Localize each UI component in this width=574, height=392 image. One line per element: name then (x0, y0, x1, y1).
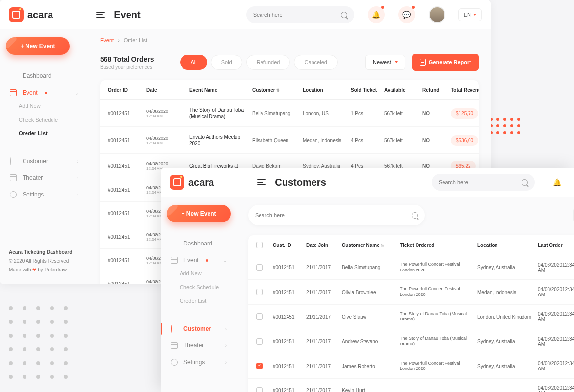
topbar: acara Event 🔔 💬 EN (0, 0, 491, 29)
sidebar-item-dashboard[interactable]: Dashboard (6, 68, 82, 84)
user-icon (10, 158, 17, 165)
breadcrumb-event[interactable]: Event (100, 37, 114, 43)
col-name[interactable]: Customer Name⇅ (342, 243, 396, 248)
sidebar-item-event[interactable]: Event⌄ (6, 84, 82, 101)
col-sold[interactable]: Sold Ticket (351, 87, 380, 93)
customers-table: Cust. ID Date Join Customer Name⇅ Ticket… (248, 235, 574, 392)
sidebar: + New Event Dashboard Event⌄ Add New Che… (161, 197, 236, 392)
totals-title: 568 Total Orders (100, 55, 154, 63)
calendar-icon (10, 89, 17, 96)
sidebar-sub-add-new[interactable]: Add New (19, 99, 82, 113)
table-row[interactable]: #001245121/11/2017Cive SlauwThe Story of… (248, 305, 574, 329)
window-customers: acara Customers 🔔 + New Event Dashboard … (161, 168, 574, 392)
search-input[interactable] (439, 179, 518, 185)
sidebar-item-settings[interactable]: Settings› (167, 354, 231, 370)
col-available[interactable]: Available (384, 87, 418, 93)
gear-icon (10, 191, 17, 198)
filter-refunded[interactable]: Refunded (246, 55, 290, 70)
filter-sold[interactable]: Sold (211, 55, 242, 70)
filter-canceled[interactable]: Canceled (294, 55, 337, 70)
theater-icon (171, 342, 178, 349)
notifications-button[interactable]: 🔔 (368, 6, 385, 23)
col-customer[interactable]: Customer⇅ (252, 87, 299, 93)
table-row[interactable]: #001245121/11/2017Bella SimatupangThe Po… (248, 255, 574, 280)
sidebar-item-theater[interactable]: Theater› (167, 337, 231, 354)
table-row[interactable]: #001245121/11/2017Olivia BrownleeThe Pow… (248, 280, 574, 304)
search-input[interactable] (253, 12, 337, 18)
main-content: Newest Cust. ID Date Join Customer Name⇅… (236, 197, 574, 392)
notifications-button[interactable]: 🔔 (548, 174, 565, 191)
checkbox[interactable] (256, 313, 263, 320)
col-location[interactable]: Location (303, 87, 347, 93)
col-join[interactable]: Date Join (306, 243, 338, 248)
col-ticket[interactable]: Ticket Ordered (400, 243, 473, 248)
new-event-button[interactable]: + New Event (6, 37, 70, 55)
brand-name: acara (188, 177, 214, 188)
col-location[interactable]: Location (477, 243, 534, 248)
search[interactable] (432, 174, 535, 191)
col-id[interactable]: Cust. ID (273, 243, 302, 248)
generate-report-button[interactable]: Generate Report (412, 54, 479, 71)
col-date[interactable]: Date (146, 87, 185, 93)
table-row[interactable]: #001245104/08/202012:34 AMEnvato Authors… (100, 127, 479, 154)
brand[interactable]: acara (170, 175, 214, 190)
brand-icon (170, 175, 184, 190)
sidebar-footer: Acara Ticketing Dashboard © 2020 All Rig… (9, 248, 72, 274)
col-event[interactable]: Event Name (189, 87, 248, 93)
chevron-right-icon: › (77, 192, 78, 197)
col-id[interactable]: Order ID (108, 87, 142, 93)
document-icon (420, 59, 426, 66)
table-header: Order ID Date Event Name Customer⇅ Locat… (100, 80, 479, 100)
sidebar-item-event[interactable]: Event⌄ (167, 252, 231, 269)
decor-dots-gray (0, 306, 68, 379)
checkbox[interactable] (256, 363, 263, 369)
chevron-right-icon: › (118, 37, 120, 43)
menu-icon[interactable] (96, 12, 105, 18)
chevron-down-icon: ⌄ (223, 258, 227, 263)
checkbox[interactable] (256, 289, 263, 295)
table-row[interactable]: #001245104/08/202012:34 AMThe Story of D… (100, 100, 479, 127)
search-input[interactable] (255, 212, 408, 218)
sidebar-item-dashboard[interactable]: Dashboard (167, 235, 231, 252)
avatar[interactable] (429, 6, 445, 23)
search[interactable] (246, 6, 354, 23)
sidebar-sub-add-new[interactable]: Add New (180, 267, 231, 280)
chevron-right-icon: › (225, 343, 227, 348)
sidebar-item-customer[interactable]: Customer› (6, 153, 82, 170)
gear-icon (171, 359, 178, 366)
sidebar-sub-order-list[interactable]: Oreder List (19, 126, 82, 140)
language-select[interactable]: EN (458, 8, 482, 21)
brand[interactable]: acara (9, 7, 53, 22)
table-row[interactable]: #001245121/11/2017Andrew StevanoThe Stor… (248, 329, 574, 354)
brand-name: acara (27, 9, 53, 21)
checkbox[interactable] (256, 387, 263, 392)
sidebar-item-theater[interactable]: Theater› (6, 170, 82, 186)
table-row[interactable]: #001245121/11/2017Kevin Hurt04/08/202012… (248, 379, 574, 392)
bell-icon: 🔔 (553, 178, 561, 186)
col-last[interactable]: Last Order (538, 243, 574, 248)
grid-icon (171, 240, 178, 247)
sidebar-item-settings[interactable]: Settings› (6, 186, 82, 203)
sidebar: + New Event Dashboard Event⌄ Add New Che… (0, 29, 88, 284)
col-refund[interactable]: Refund (422, 87, 447, 93)
breadcrumb-current: Order List (124, 37, 147, 43)
checkbox[interactable] (256, 264, 263, 271)
col-revenue[interactable]: Total Revenue (451, 87, 479, 93)
checkbox-all[interactable] (256, 242, 263, 248)
chevron-right-icon: › (77, 175, 78, 181)
sidebar-sub-order-list[interactable]: Oreder List (180, 294, 231, 308)
filter-all[interactable]: All (180, 55, 207, 70)
sidebar-item-customer[interactable]: Customer› (167, 320, 231, 337)
table-row[interactable]: #001245121/11/2017James RobertoThe Power… (248, 354, 574, 379)
search[interactable] (248, 205, 425, 225)
new-event-button[interactable]: + New Event (167, 205, 231, 222)
sidebar-sub-check-schedule[interactable]: Check Schedule (19, 113, 82, 126)
checkbox[interactable] (256, 338, 263, 345)
sort-select[interactable]: Newest (365, 55, 405, 70)
sidebar-sub-check-schedule[interactable]: Check Schedule (180, 280, 231, 294)
topbar: acara Customers 🔔 (161, 168, 574, 197)
menu-icon[interactable] (257, 179, 266, 185)
header-row: 568 Total Orders Based your preferences … (100, 54, 479, 71)
chat-icon: 💬 (402, 11, 411, 19)
messages-button[interactable]: 💬 (398, 6, 415, 23)
